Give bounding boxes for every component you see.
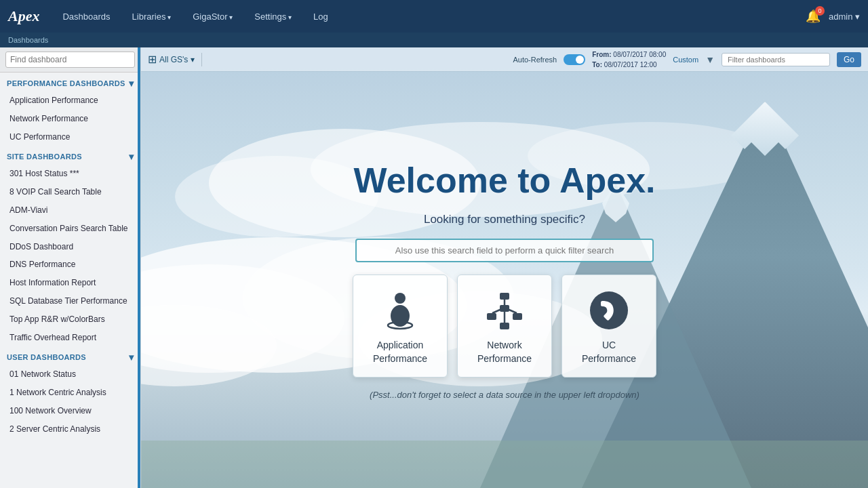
network-icon (483, 289, 526, 332)
sidebar-item-app-perf[interactable]: Application Performance (0, 92, 140, 110)
hint-text: (Psst...don't forget to select a data so… (370, 390, 639, 400)
sidebar-item-host-info[interactable]: Host Information Report (0, 274, 140, 292)
center-content: Welcome to Apex. Looking for something s… (141, 72, 868, 488)
sidebar-item-ddos[interactable]: DDoS Dashboard (0, 238, 140, 256)
admin-menu[interactable]: admin ▾ (829, 12, 860, 22)
sidebar-divider (138, 47, 140, 488)
nav-settings[interactable]: Settings (250, 9, 296, 24)
phone-icon (587, 289, 631, 332)
auto-refresh-toggle[interactable] (564, 54, 585, 65)
nav-libraries[interactable]: Libraries (128, 9, 176, 24)
dashboard-cards: ApplicationPerformance (353, 274, 656, 377)
sidebar-item-01net[interactable]: 01 Network Status (0, 365, 140, 384)
filter-icon: ▼ (705, 54, 715, 65)
filter-separator (201, 53, 202, 66)
section-user-arrow: ▾ (129, 352, 134, 363)
svg-rect-23 (513, 313, 522, 320)
sidebar-item-uc-perf[interactable]: UC Performance (0, 128, 140, 146)
welcome-title: Welcome to Apex. (354, 160, 656, 201)
notification-bell[interactable]: 🔔 0 (806, 9, 821, 24)
filter-dashboards-input[interactable] (722, 53, 830, 66)
sidebar-item-dns[interactable]: DNS Performance (0, 256, 140, 274)
sidebar-item-1net[interactable]: 1 Network Centric Analysis (0, 384, 140, 402)
content-area: ⊞ All GS's ▾ Auto-Refresh From: 08/07/20… (141, 47, 868, 488)
sidebar: PERFORMANCE DASHBOARDS ▾ Application Per… (0, 47, 141, 488)
svg-rect-24 (500, 323, 509, 329)
all-gs-selector[interactable]: ⊞ All GS's ▾ (148, 53, 195, 66)
card-network-performance[interactable]: NetworkPerformance (457, 274, 552, 377)
sidebar-item-301[interactable]: 301 Host Status *** (0, 165, 140, 183)
app-logo: Apex (8, 7, 39, 25)
svg-rect-22 (487, 313, 496, 320)
nav-dashboards[interactable]: Dashboards (58, 9, 114, 24)
sidebar-item-traffic[interactable]: Traffic Overhead Report (0, 329, 140, 347)
svg-point-14 (395, 293, 406, 304)
section-performance-label: PERFORMANCE DASHBOARDS (7, 79, 125, 87)
section-performance[interactable]: PERFORMANCE DASHBOARDS ▾ (0, 73, 140, 92)
breadcrumb-label: Dashboards (8, 36, 48, 44)
sidebar-item-top-app[interactable]: Top App R&R w/ColorBars (0, 310, 140, 329)
main-search-input[interactable] (355, 239, 654, 262)
section-user-label: USER DASHBOARDS (7, 353, 86, 361)
section-site-arrow: ▾ (129, 151, 134, 162)
sidebar-item-conv[interactable]: Conversation Pairs Search Table (0, 220, 140, 238)
section-performance-arrow: ▾ (129, 78, 134, 89)
card-uc-label: UCPerformance (582, 339, 636, 365)
sidebar-item-100net[interactable]: 100 Network Overview (0, 402, 140, 420)
svg-rect-17 (500, 293, 509, 300)
sidebar-search-input[interactable] (5, 52, 135, 68)
person-icon (378, 289, 422, 332)
nav-log[interactable]: Log (309, 9, 332, 24)
filter-bar: ⊞ All GS's ▾ Auto-Refresh From: 08/07/20… (141, 47, 868, 72)
nav-gigastor[interactable]: GigaStor (189, 9, 237, 24)
card-app-label: ApplicationPerformance (373, 339, 427, 365)
sidebar-search-area (0, 47, 140, 73)
custom-button[interactable]: Custom (673, 56, 698, 64)
svg-point-15 (391, 305, 410, 327)
all-gs-chevron: ▾ (191, 55, 195, 64)
section-site[interactable]: SITE DASHBOARDS ▾ (0, 146, 140, 165)
sidebar-item-adm[interactable]: ADM-Viavi (0, 201, 140, 220)
main-layout: PERFORMANCE DASHBOARDS ▾ Application Per… (0, 47, 868, 488)
to-date: To: 08/07/2017 12:00 (592, 60, 666, 70)
section-user[interactable]: USER DASHBOARDS ▾ (0, 346, 140, 365)
sidebar-item-net-perf[interactable]: Network Performance (0, 110, 140, 128)
card-app-performance[interactable]: ApplicationPerformance (353, 274, 448, 377)
sidebar-item-8voip[interactable]: 8 VOIP Call Search Table (0, 183, 140, 201)
go-button[interactable]: Go (837, 52, 861, 67)
from-date: From: 08/07/2017 08:00 (592, 49, 666, 60)
sidebar-item-sql[interactable]: SQL Database Tier Performance (0, 292, 140, 310)
nav-right: 🔔 0 admin ▾ (806, 9, 860, 24)
filter-right: Auto-Refresh From: 08/07/2017 08:00 To: … (513, 49, 861, 70)
all-gs-label: All GS's (159, 55, 188, 64)
looking-text: Looking for something specific? (424, 213, 585, 226)
breadcrumb: Dashboards (0, 33, 868, 47)
sidebar-item-2server[interactable]: 2 Server Centric Analysis (0, 420, 140, 439)
card-uc-performance[interactable]: UCPerformance (561, 274, 656, 377)
gs-icon: ⊞ (148, 53, 157, 66)
svg-rect-21 (500, 305, 509, 312)
auto-refresh-label: Auto-Refresh (513, 56, 557, 64)
section-site-label: SITE DASHBOARDS (7, 152, 82, 161)
date-range: From: 08/07/2017 08:00 To: 08/07/2017 12… (592, 49, 666, 70)
bell-badge: 0 (815, 6, 825, 16)
top-nav: Apex Dashboards Libraries GigaStor Setti… (0, 0, 868, 33)
card-net-label: NetworkPerformance (477, 339, 532, 365)
